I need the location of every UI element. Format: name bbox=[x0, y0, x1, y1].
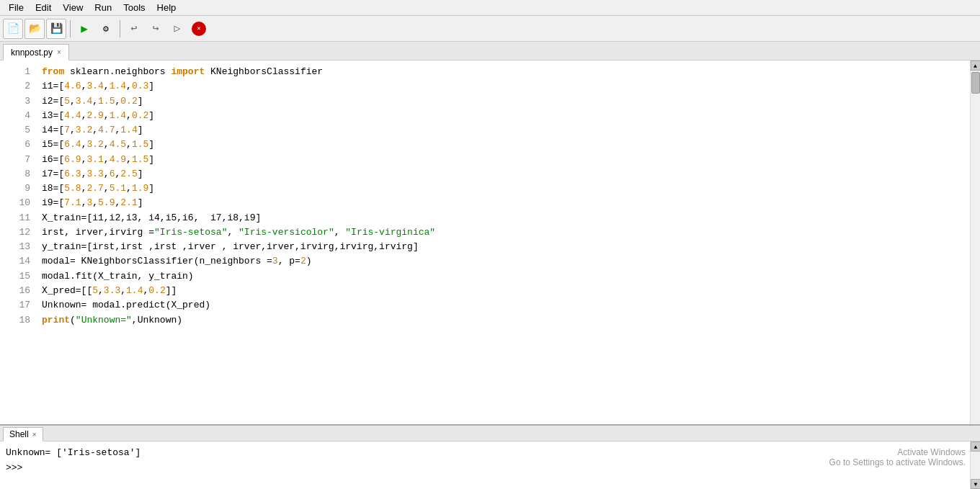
menu-help[interactable]: Help bbox=[151, 1, 182, 14]
menu-run[interactable]: Run bbox=[89, 1, 117, 14]
stop-button[interactable]: ✕ bbox=[189, 19, 209, 39]
code-line-12: irst, irver,irvirg ="Iris-setosa", "Iris… bbox=[42, 225, 964, 240]
scroll-thumb[interactable] bbox=[971, 72, 980, 94]
open-file-button[interactable]: 📂 bbox=[24, 19, 45, 39]
line-number-9: 9 bbox=[6, 181, 30, 196]
line-number-6: 6 bbox=[6, 138, 30, 152]
code-line-7: i6=[6.9,3.1,4.9,1.5] bbox=[42, 153, 964, 167]
shell-prompt-line: >>> bbox=[6, 461, 974, 476]
shell-scroll-up[interactable]: ▲ bbox=[971, 441, 980, 452]
toolbar: 📄 📂 💾 ▶ ⚙ ↩ ↪ ▷ ✕ bbox=[0, 16, 980, 42]
code-line-4: i3=[4.4,2.9,1.4,0.2] bbox=[42, 109, 964, 123]
line-number-14: 14 bbox=[6, 254, 30, 269]
step-back-button[interactable]: ↩ bbox=[124, 19, 144, 39]
shell-tab-close[interactable]: × bbox=[32, 431, 37, 439]
code-line-10: i9=[7.1,3,5.9,2.1] bbox=[42, 196, 964, 210]
menu-tools[interactable]: Tools bbox=[117, 1, 151, 14]
line-number-18: 18 bbox=[6, 313, 30, 328]
bottom-panel: Shell × Unknown= ['Iris-setosa'] >>> Act… bbox=[0, 424, 980, 489]
code-line-13: y_train=[irst,irst ,irst ,irver , irver,… bbox=[42, 240, 964, 254]
debug-button[interactable]: ⚙ bbox=[96, 19, 116, 39]
shell-output[interactable]: Unknown= ['Iris-setosa'] >>> Activate Wi… bbox=[0, 441, 980, 489]
step-into-button[interactable]: ↪ bbox=[146, 19, 166, 39]
editor-tab-knnpost[interactable]: knnpost.py × bbox=[3, 44, 69, 60]
toolbar-separator-1 bbox=[70, 20, 71, 37]
line-number-4: 4 bbox=[6, 109, 30, 123]
code-line-14: modal= KNeighborsClassifier(n_neighbors … bbox=[42, 254, 964, 269]
code-line-17: Unknown= modal.predict(X_pred) bbox=[42, 298, 964, 313]
code-area[interactable]: from sklearn.neighbors import KNeighbors… bbox=[36, 60, 970, 424]
code-line-2: i1=[4.6,3.4,1.4,0.3] bbox=[42, 79, 964, 94]
line-number-16: 16 bbox=[6, 284, 30, 298]
new-file-button[interactable]: 📄 bbox=[3, 19, 23, 39]
code-line-16: X_pred=[[5,3.3,1.4,0.2]] bbox=[42, 284, 964, 298]
tab-close-button[interactable]: × bbox=[57, 48, 61, 56]
code-line-3: i2=[5,3.4,1.5,0.2] bbox=[42, 94, 964, 109]
scroll-up-arrow[interactable]: ▲ bbox=[971, 60, 981, 71]
code-line-1: from sklearn.neighbors import KNeighbors… bbox=[42, 65, 964, 79]
code-line-5: i4=[7,3.2,4.7,1.4] bbox=[42, 123, 964, 138]
code-line-15: modal.fit(X_train, y_train) bbox=[42, 269, 964, 284]
line-number-15: 15 bbox=[6, 269, 30, 284]
line-number-7: 7 bbox=[6, 153, 30, 167]
code-line-9: i8=[5.8,2.7,5.1,1.9] bbox=[42, 181, 964, 196]
line-number-11: 11 bbox=[6, 211, 30, 225]
line-number-13: 13 bbox=[6, 240, 30, 254]
menu-edit[interactable]: Edit bbox=[30, 1, 57, 14]
shell-scroll-down[interactable]: ▼ bbox=[971, 479, 980, 489]
shell-prompt: >>> bbox=[6, 462, 22, 473]
menubar: File Edit View Run Tools Help bbox=[0, 0, 980, 16]
line-number-10: 10 bbox=[6, 196, 30, 210]
code-line-8: i7=[6.3,3.3,6,2.5] bbox=[42, 167, 964, 181]
shell-scrollbar[interactable]: ▲ ▼ bbox=[970, 441, 980, 489]
line-number-12: 12 bbox=[6, 225, 30, 240]
code-editor: 123456789101112131415161718 from sklearn… bbox=[0, 60, 980, 424]
save-file-button[interactable]: 💾 bbox=[46, 19, 66, 39]
editor-scrollbar[interactable]: ▲ bbox=[970, 60, 980, 424]
shell-unknown-output: Unknown= ['Iris-setosa'] bbox=[6, 446, 974, 461]
code-line-18: print("Unknown=",Unknown) bbox=[42, 313, 964, 328]
menu-view[interactable]: View bbox=[57, 1, 89, 14]
toolbar-separator-2 bbox=[120, 20, 120, 37]
line-number-3: 3 bbox=[6, 94, 30, 109]
code-line-6: i5=[6.4,3.2,4.5,1.5] bbox=[42, 138, 964, 152]
line-numbers: 123456789101112131415161718 bbox=[0, 60, 36, 424]
shell-tab[interactable]: Shell × bbox=[3, 427, 43, 441]
run-button[interactable]: ▶ bbox=[74, 19, 94, 39]
editor-tabbar: knnpost.py × bbox=[0, 42, 980, 60]
code-line-11: X_train=[i1,i2,i3, i4,i5,i6, i7,i8,i9] bbox=[42, 211, 964, 225]
tab-label: knnpost.py bbox=[11, 48, 53, 58]
line-number-2: 2 bbox=[6, 79, 30, 94]
line-number-8: 8 bbox=[6, 167, 30, 181]
menu-file[interactable]: File bbox=[3, 1, 30, 14]
line-number-1: 1 bbox=[6, 65, 30, 79]
continue-button[interactable]: ▷ bbox=[167, 19, 187, 39]
shell-output-text: Unknown= ['Iris-setosa'] >>> bbox=[6, 446, 974, 476]
shell-tab-label: Shell bbox=[9, 429, 29, 439]
line-number-5: 5 bbox=[6, 123, 30, 138]
stop-icon: ✕ bbox=[192, 22, 206, 36]
line-number-17: 17 bbox=[6, 298, 30, 313]
shell-tabbar: Shell × bbox=[0, 426, 980, 441]
